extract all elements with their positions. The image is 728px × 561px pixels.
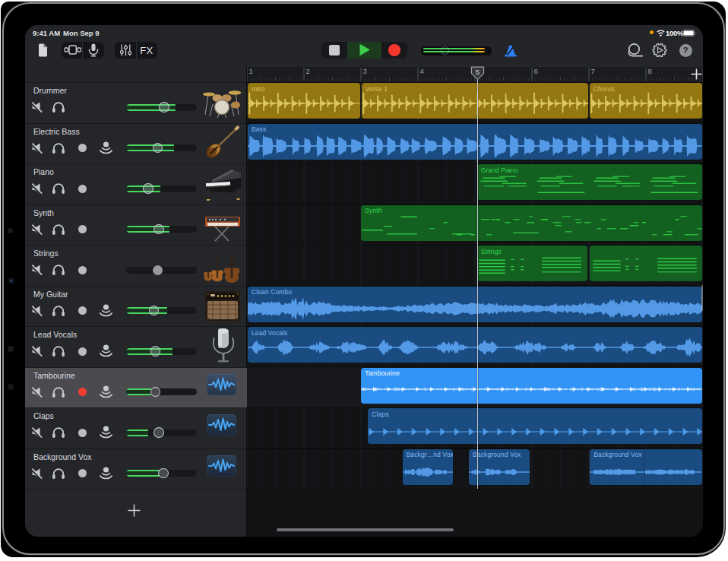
svg-text:5: 5 [476, 68, 480, 76]
